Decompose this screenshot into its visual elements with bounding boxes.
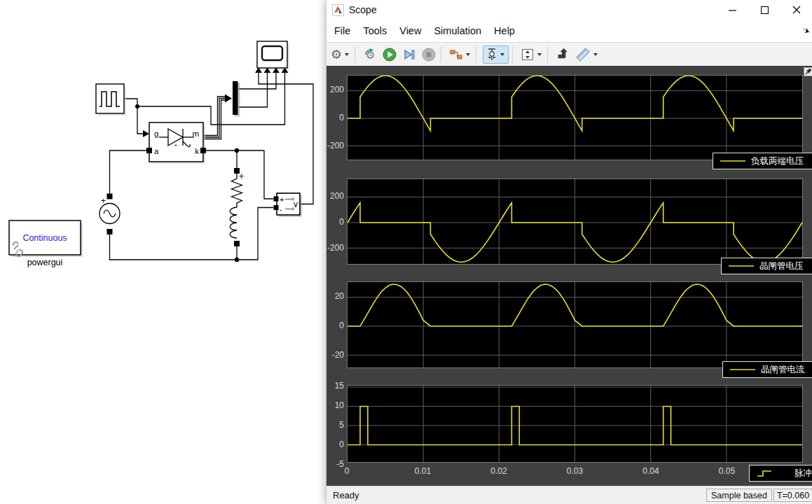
rlc-bottom-port	[234, 241, 240, 246]
playback-arrow-icon	[556, 48, 570, 62]
scope-block[interactable]	[255, 41, 289, 73]
matlab-scope-app-icon	[332, 4, 344, 16]
play-icon	[383, 48, 397, 62]
signal-selector-icon	[449, 48, 463, 61]
source-bottom-port	[107, 229, 113, 234]
x-tick-label: 0.05	[710, 466, 745, 476]
dock-axes-button[interactable]	[804, 67, 812, 76]
plot-load-voltage[interactable]	[347, 75, 803, 160]
legend-line-sample	[727, 262, 755, 270]
step-forward-button[interactable]	[401, 46, 418, 63]
thyristor-voltage-waveform	[347, 179, 802, 264]
series-rlc-branch-block[interactable]: +	[230, 168, 244, 246]
source-top-port	[107, 194, 113, 200]
port-label-a: a	[154, 147, 159, 155]
stop-button[interactable]	[420, 46, 437, 63]
menu-tools[interactable]: Tools	[363, 22, 387, 39]
voltage-measurement-block[interactable]: + - v	[274, 193, 303, 217]
legend-label: 晶闸管电流	[761, 364, 805, 376]
menu-simulation[interactable]: Simulation	[434, 22, 481, 39]
x-tick-label: 0	[329, 466, 364, 476]
axes-scaling-dropdown-icon[interactable]	[537, 53, 542, 56]
legend-thyristor-current[interactable]: 晶闸管电流	[722, 361, 812, 378]
signal-selector-button[interactable]	[448, 46, 465, 63]
dock-arrow-icon	[805, 69, 811, 75]
rlc-plus-label: +	[239, 172, 244, 181]
legend-label: 晶闸管电压	[759, 260, 804, 272]
axes-scaling-button[interactable]	[519, 46, 536, 63]
plot-thyristor-current[interactable]	[347, 281, 803, 368]
legend-line-sample	[729, 365, 757, 374]
y-tick-label: 15	[326, 381, 344, 391]
measurements-dropdown-icon[interactable]	[593, 53, 598, 56]
y-tick-label: 200	[326, 85, 344, 94]
port-a-square	[146, 148, 152, 153]
menu-file[interactable]: File	[334, 22, 350, 39]
vm-v-label: v	[294, 200, 298, 209]
trigger-icon	[485, 48, 499, 62]
axes-scaling-icon	[521, 48, 535, 62]
y-tick-label: -200	[326, 243, 344, 253]
pulse-generator-block[interactable]	[96, 84, 126, 115]
playback-control-button[interactable]	[554, 46, 571, 63]
y-tick-label: 0	[326, 440, 344, 449]
y-tick-label: -200	[326, 141, 344, 150]
measurements-button[interactable]	[574, 46, 592, 63]
run-button[interactable]	[381, 46, 398, 63]
powergui-block[interactable]: Continuous powergui	[9, 220, 83, 267]
close-icon	[792, 6, 801, 14]
toolbar-separator	[355, 46, 355, 63]
gear-icon: ⚙	[331, 48, 342, 61]
minimize-button[interactable]	[716, 0, 748, 20]
window-title: Scope	[349, 4, 377, 15]
model-diagram: g m a k + +	[0, 0, 326, 504]
port-label-g: g	[154, 130, 158, 138]
stop-icon	[422, 48, 436, 62]
legend-line-sample	[719, 157, 747, 165]
vm-minus-port	[274, 205, 279, 210]
y-tick-label: 20	[326, 291, 344, 301]
port-label-k: k	[195, 147, 199, 155]
vm-plus-label: +	[280, 195, 284, 204]
trigger-dropdown-icon[interactable]	[500, 53, 504, 56]
x-tick-label: 0.02	[481, 466, 516, 476]
legend-pulse[interactable]: 脉冲	[749, 465, 812, 482]
port-label-m: m	[192, 130, 199, 138]
menu-overflow-icon[interactable]	[800, 26, 810, 34]
trigger-settings-button[interactable]	[483, 46, 509, 64]
menu-view[interactable]: View	[399, 22, 421, 39]
plot-pulse[interactable]	[347, 385, 803, 463]
minimize-icon	[729, 6, 736, 14]
simulink-model-canvas[interactable]: g m a k + +	[0, 0, 326, 504]
title-bar[interactable]: Scope	[326, 0, 812, 20]
close-button[interactable]	[780, 0, 812, 20]
toolbar-separator	[441, 46, 441, 63]
ac-voltage-source-block[interactable]: +	[99, 194, 120, 235]
powergui-label: powergui	[27, 258, 63, 267]
gear-dropdown-icon[interactable]	[345, 53, 349, 56]
maximize-button[interactable]	[748, 0, 780, 20]
symbol-dot	[175, 144, 177, 146]
highlight-block-icon: ⚙	[363, 48, 377, 62]
thyristor-block[interactable]: g m a k	[146, 122, 206, 164]
signal-selector-dropdown-icon[interactable]	[466, 53, 470, 56]
legend-step-sample	[755, 468, 780, 479]
ruler-icon	[575, 48, 591, 62]
y-tick-label: 200	[326, 191, 344, 201]
wire	[110, 73, 314, 260]
toolbar-separator	[476, 46, 476, 63]
legend-load-voltage[interactable]: 负载两端电压	[713, 153, 812, 169]
pulse-waveform	[347, 386, 802, 462]
legend-thyristor-voltage[interactable]: 晶闸管电压	[721, 258, 812, 274]
status-bar: Ready Sample based T=0.060	[326, 486, 812, 504]
highlight-block-button[interactable]: ⚙	[362, 46, 378, 63]
y-tick-label: 5	[326, 420, 344, 430]
gear-settings-button[interactable]: ⚙	[329, 46, 343, 63]
vm-plus-port	[274, 197, 279, 202]
plot-thyristor-voltage[interactable]	[347, 178, 803, 265]
x-tick-label: 0.03	[558, 466, 593, 476]
demux-block[interactable]	[233, 81, 240, 117]
y-tick-label: 0	[326, 321, 344, 330]
port-k-square	[200, 148, 206, 153]
menu-help[interactable]: Help	[494, 22, 515, 39]
